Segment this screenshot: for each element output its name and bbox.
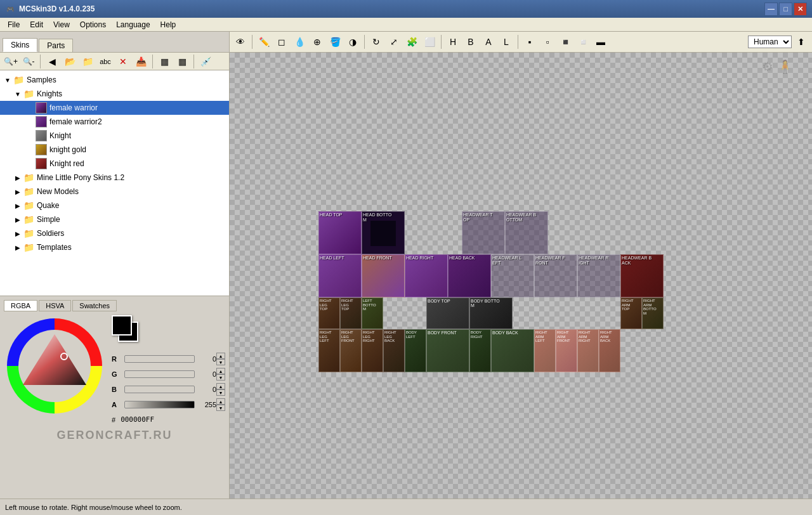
- toggle-mine-little-pony[interactable]: ▶: [13, 174, 23, 181]
- spin-a-up[interactable]: ▲: [216, 398, 225, 405]
- menu-language[interactable]: Language: [111, 19, 155, 30]
- legs-button[interactable]: L: [498, 34, 514, 50]
- slider-b-track[interactable]: [124, 386, 195, 393]
- slider-b-spin[interactable]: ▲ ▼: [216, 383, 225, 396]
- faces-button[interactable]: ⬜: [421, 34, 438, 50]
- slider-g-spin[interactable]: ▲ ▼: [216, 368, 225, 381]
- tab-parts[interactable]: Parts: [39, 39, 73, 52]
- slider-b-label: B: [112, 386, 122, 393]
- separator4: [518, 35, 518, 49]
- toggle-samples[interactable]: ▼: [3, 77, 13, 84]
- color-tab-hsva[interactable]: HSVA: [39, 300, 71, 311]
- slider-a-track[interactable]: [124, 401, 195, 408]
- darken-button[interactable]: ◑: [344, 34, 361, 50]
- color-wheel[interactable]: [4, 315, 105, 417]
- layer5-button[interactable]: ▬: [593, 34, 609, 50]
- layer2-button[interactable]: ▫: [539, 34, 556, 50]
- spin-g-up[interactable]: ▲: [216, 368, 225, 374]
- toggle-knights[interactable]: ▼: [13, 91, 23, 98]
- zoom-out-button[interactable]: 🔍-: [20, 53, 37, 70]
- delete-button[interactable]: ✕: [115, 53, 131, 70]
- texture-button[interactable]: 🧩: [403, 34, 420, 50]
- color-tab-swatches[interactable]: Swatches: [72, 300, 117, 311]
- toggle-templates[interactable]: ▶: [13, 244, 23, 251]
- arms-button[interactable]: A: [480, 34, 497, 50]
- layer4-button[interactable]: ◽: [575, 34, 591, 50]
- spin-r-down[interactable]: ▼: [216, 359, 225, 365]
- body-button[interactable]: B: [462, 34, 479, 50]
- pencil-button[interactable]: ✏️: [256, 34, 272, 50]
- eraser-button[interactable]: ◻: [273, 34, 290, 50]
- tree-node-knight-red[interactable]: Knight red: [0, 157, 229, 171]
- toggle-soldiers[interactable]: ▶: [13, 230, 23, 237]
- menu-options[interactable]: Options: [75, 19, 111, 30]
- slider-b-row: B 0 ▲ ▼: [112, 382, 225, 396]
- tree-node-new-models[interactable]: ▶ 📁 New Models: [0, 185, 229, 199]
- eyedropper-btn[interactable]: 💉: [197, 53, 214, 70]
- menu-file[interactable]: File: [3, 19, 25, 30]
- color-tab-rgba[interactable]: RGBA: [4, 300, 37, 311]
- import-button[interactable]: 📥: [133, 53, 149, 70]
- tree-node-soldiers[interactable]: ▶ 📁 Soldiers: [0, 226, 229, 240]
- tree-node-female-warrior2[interactable]: female warrior2: [0, 115, 229, 129]
- model-selector[interactable]: Human Alex Steve: [748, 36, 792, 48]
- tree-node-templates[interactable]: ▶ 📁 Templates: [0, 240, 229, 254]
- layer1-button[interactable]: ▪: [521, 34, 538, 50]
- slider-a-spin[interactable]: ▲ ▼: [216, 398, 225, 411]
- folder-icon-mine-little-pony: 📁: [23, 172, 34, 183]
- toggle-quake[interactable]: ▶: [13, 202, 23, 209]
- spin-a-down[interactable]: ▼: [216, 405, 225, 411]
- scale-button[interactable]: ⤢: [386, 34, 402, 50]
- spin-g-down[interactable]: ▼: [216, 374, 225, 381]
- tree-node-knight-gold[interactable]: knight gold: [0, 143, 229, 157]
- titlebar-controls: — □ ✕: [764, 3, 807, 16]
- close-button[interactable]: ✕: [794, 3, 807, 16]
- part-right-arm-back: RIGHTARMBACK: [599, 329, 620, 372]
- part-headwear-back: HEADWEAR BACK: [620, 254, 664, 297]
- folder-new-button[interactable]: 📁: [79, 53, 96, 70]
- grid2-button[interactable]: ▦: [174, 53, 190, 70]
- layer3-button[interactable]: ◾: [557, 34, 573, 50]
- grid1-button[interactable]: ▦: [156, 53, 173, 70]
- part-right-arm-left: RIGHTARMLEFT: [534, 329, 556, 372]
- select-button[interactable]: ⊕: [309, 34, 325, 50]
- folder-open-button[interactable]: 📂: [62, 53, 78, 70]
- maximize-button[interactable]: □: [779, 3, 792, 16]
- label-knight-gold: knight gold: [49, 145, 86, 154]
- tab-skins[interactable]: Skins: [3, 38, 37, 52]
- dropper-button[interactable]: 💧: [291, 34, 308, 50]
- tree-node-quake[interactable]: ▶ 📁 Quake: [0, 199, 229, 212]
- nav-back-button[interactable]: ◀: [44, 53, 60, 70]
- spin-b-up[interactable]: ▲: [216, 383, 225, 389]
- slider-r-spin[interactable]: ▲ ▼: [216, 353, 225, 365]
- slider-g-track[interactable]: [124, 370, 195, 378]
- rename-button[interactable]: abc: [97, 53, 114, 70]
- menu-edit[interactable]: Edit: [25, 19, 48, 30]
- spin-b-down[interactable]: ▼: [216, 389, 225, 396]
- fill-button[interactable]: 🪣: [327, 34, 343, 50]
- part-right-leg-left: RIGHTLEGLEFT: [318, 329, 340, 372]
- spin-r-up[interactable]: ▲: [216, 353, 225, 359]
- tree-node-samples[interactable]: ▼ 📁 Samples: [0, 73, 229, 87]
- canvas-area[interactable]: ⚙ 🧍 HEAD TOP HEAD BOTTOM: [230, 53, 812, 499]
- tree-node-female-warrior[interactable]: female warrior: [0, 101, 229, 115]
- rotate-button[interactable]: ↻: [368, 34, 384, 50]
- toggle-simple[interactable]: ▶: [13, 216, 23, 223]
- toggle-new-models[interactable]: ▶: [13, 188, 23, 195]
- tree-node-knight[interactable]: Knight: [0, 129, 229, 143]
- toolbar: 👁 ✏️ ◻ 💧 ⊕ 🪣 ◑ ↻ ⤢ 🧩 ⬜ H B A L ▪ ▫ ◾: [230, 32, 812, 52]
- fg-swatch[interactable]: [112, 315, 132, 336]
- head-button[interactable]: H: [445, 34, 461, 50]
- slider-r-track[interactable]: [124, 355, 195, 363]
- menu-view[interactable]: View: [48, 19, 75, 30]
- menu-help[interactable]: Help: [155, 19, 181, 30]
- tree-node-mine-little-pony[interactable]: ▶ 📁 Mine Little Pony Skins 1.2: [0, 171, 229, 185]
- export-button[interactable]: ⬆: [793, 34, 809, 50]
- part-headwear-right: HEADWEAR RIGHT: [577, 254, 620, 297]
- tree-view: ▼ 📁 Samples ▼ 📁 Knights female warrior: [0, 70, 229, 296]
- view-button[interactable]: 👁: [232, 34, 249, 50]
- minimize-button[interactable]: —: [764, 3, 778, 16]
- tree-node-knights[interactable]: ▼ 📁 Knights: [0, 87, 229, 101]
- tree-node-simple[interactable]: ▶ 📁 Simple: [0, 212, 229, 226]
- zoom-in-button[interactable]: 🔍+: [3, 53, 19, 70]
